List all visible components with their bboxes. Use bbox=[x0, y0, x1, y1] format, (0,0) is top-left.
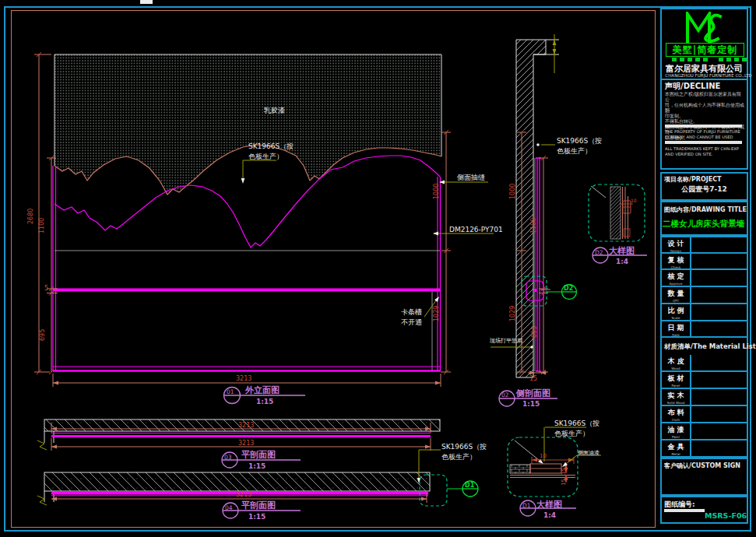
decl-en-line-4: AND VERIFIED ON SITE. bbox=[665, 152, 712, 156]
dim-695-left: 695 bbox=[39, 329, 47, 341]
sk-color-label-elev-2: 色板生产） bbox=[248, 153, 283, 161]
signoff-label: 复 核 bbox=[662, 255, 690, 265]
declaration-bar-1 bbox=[665, 125, 742, 128]
signoff-label: 核 定 bbox=[662, 272, 690, 282]
material-value-cell bbox=[691, 423, 747, 439]
material-value-cell bbox=[691, 372, 747, 388]
material-value-cell bbox=[691, 406, 747, 422]
signoff-row-date: 日 期Date bbox=[662, 321, 747, 338]
drawing-title-value: 二楼女儿房床头背景墙 bbox=[663, 219, 744, 230]
dim-d1-15b: 15 bbox=[560, 479, 568, 486]
dim-width-plan1-bottom: 3213 bbox=[238, 440, 254, 447]
sk-color-label-d1-2: 色板生产） bbox=[554, 430, 589, 438]
material-label: 油 漆 bbox=[662, 425, 690, 435]
callout-d1-mark: D1 bbox=[465, 482, 474, 489]
decl-cn-line: 印复制。 bbox=[665, 113, 745, 118]
signoff-row-design: 设 计Design bbox=[662, 237, 747, 254]
company-name-en: CHANGZHOU FURJU FURNITURE CO.,LTD bbox=[665, 72, 743, 77]
drawing-number-value: MSRS-F06 bbox=[705, 511, 747, 520]
elevation-title: 外立面图 bbox=[245, 385, 280, 395]
decl-cn-line: 司，任何机构或个人均不得私自使用或翻 bbox=[665, 102, 745, 113]
decl-cn-line: 本图纸之产权/版权归富尔居家具有限公 bbox=[665, 91, 745, 102]
leveling-layer-label: 现场打平垫层 bbox=[490, 337, 522, 346]
material-label: 布 料 bbox=[662, 408, 690, 418]
material-label: 木 皮 bbox=[662, 356, 690, 367]
dim-total-height: 2680 bbox=[27, 209, 35, 224]
signoff-label-en: QTY bbox=[663, 299, 688, 303]
signoff-value-cell bbox=[691, 270, 747, 286]
dim-d1-10: 10 bbox=[540, 453, 547, 460]
signoff-label-en: Scale bbox=[663, 316, 688, 320]
dim-5-left: 5 bbox=[44, 285, 48, 292]
decl-en-line-3: ALL TRADEMARKS KEPT BY CHN-EXP bbox=[665, 146, 739, 151]
signoff-row-approve: 核 定Approve bbox=[662, 270, 747, 287]
elevation-scale: 1:15 bbox=[256, 398, 273, 406]
elevation-bubble-number: 01 bbox=[227, 388, 234, 395]
material-row-paint: 油 漆Paint bbox=[662, 423, 747, 440]
material-list: 材质清单/The Material List 木 皮Wood 板 材Panel … bbox=[660, 336, 748, 458]
signoff-label-en: Check bbox=[663, 265, 688, 269]
sk-color-label-elev-1: SK1966S（按 bbox=[248, 142, 294, 151]
detail-d2-scale: 1:4 bbox=[616, 258, 628, 266]
dim-1029-right: 1029 bbox=[433, 306, 441, 321]
plan2-bubble-number: 04 bbox=[225, 504, 233, 511]
brand-logo-icon bbox=[682, 12, 727, 43]
callout-d2-mark: D2 bbox=[564, 285, 573, 292]
sk-color-label-section-2: 色板生产） bbox=[557, 147, 592, 156]
sk-color-label-d1-1: SK1966S（按 bbox=[554, 419, 600, 428]
dim-1029-section: 1029 bbox=[509, 306, 517, 321]
drawing-title-box: 图纸内容/DRAWING TITLE 二楼女儿房床头背景墙 bbox=[660, 201, 748, 236]
signoff-row-qty: 数 量QTY bbox=[662, 287, 747, 304]
dim-d2-10: 10 bbox=[631, 197, 637, 204]
material-label-en: Paint bbox=[663, 435, 688, 439]
plan1-title: 平剖面图 bbox=[241, 450, 276, 460]
logo-box-divider bbox=[662, 79, 747, 80]
signoff-label: 数 量 bbox=[662, 289, 690, 299]
material-label-en: Panel bbox=[663, 384, 688, 388]
declaration-bar-2 bbox=[665, 141, 742, 144]
plan2-title: 平剖面图 bbox=[241, 500, 276, 511]
sk-color-label-plan-2: 色板生产） bbox=[441, 453, 476, 462]
plan1-scale: 1:15 bbox=[248, 462, 265, 471]
drawing-geometry bbox=[0, 0, 756, 537]
dim-width-plan2: 3213 bbox=[236, 491, 251, 498]
sk-color-label-plan-1: SK1966S（按 bbox=[441, 443, 487, 451]
material-label-en: Wood bbox=[663, 367, 688, 370]
material-list-label: 材质清单/The Material List bbox=[664, 342, 756, 352]
side-paint-label: 侧面油漆 bbox=[578, 449, 600, 458]
side-groove-label: 侧面抽缝 bbox=[457, 174, 485, 182]
latex-paint-label: 乳胶漆 bbox=[264, 107, 285, 115]
material-row-solid-wood: 实 木Solid Wood bbox=[662, 389, 747, 406]
signoff-label: 日 期 bbox=[662, 323, 690, 333]
plan2-scale: 1:15 bbox=[248, 513, 265, 521]
brand-name-plate: 美墅|简奢定制 bbox=[666, 43, 744, 57]
declaration-heading: 声明/DECLINE bbox=[665, 81, 720, 92]
board-code-label: DM2126-PY701 bbox=[449, 226, 503, 234]
material-label: 金 具 bbox=[662, 442, 690, 452]
material-value-cell bbox=[691, 355, 747, 370]
detail-d1-bubble-number: D1 bbox=[522, 502, 531, 509]
signoff-row-scale: 比 例Scale bbox=[662, 304, 747, 321]
decl-cn-line: 不得私自转让。 bbox=[665, 118, 745, 124]
dim-1000-section: 1000 bbox=[509, 184, 517, 199]
logo-box: 美墅|简奢定制 富尔居家具有限公司 CHANGZHOU FURJU FURNIT… bbox=[660, 8, 748, 170]
sk-color-label-section-1: SK1966S（按 bbox=[557, 137, 602, 146]
material-value-cell bbox=[691, 389, 747, 405]
drawing-number-box: 图纸编号: MSRS-F06 bbox=[660, 496, 748, 524]
dim-d1-15a: 15 bbox=[560, 468, 568, 475]
section-title: 侧剖面图 bbox=[516, 388, 550, 398]
brand-divider-squares bbox=[672, 58, 750, 61]
detail-d1-title: 大样图 bbox=[536, 500, 562, 510]
detail-d1-scale: 1:4 bbox=[543, 511, 556, 520]
dim-695-section: 695 bbox=[531, 326, 539, 338]
material-value-cell bbox=[691, 440, 747, 458]
material-row-wood: 木 皮Wood bbox=[662, 355, 747, 372]
cad-drawing-sheet: 乳胶漆 SK1966S（按 色板生产） 侧面抽缝 DM2126-PY701 卡条… bbox=[0, 0, 756, 537]
section-bubble-number: 02 bbox=[501, 391, 509, 398]
dim-1100-left: 1100 bbox=[38, 218, 46, 233]
material-label: 实 木 bbox=[662, 391, 690, 401]
customer-confirm-label: 客户确认/CUSTOM SIGN bbox=[664, 462, 740, 470]
project-box: 项目名称/PROJECT 公园壹号7-12 bbox=[660, 172, 748, 201]
detail-d2-title: 大样图 bbox=[609, 246, 635, 256]
signoff-label: 设 计 bbox=[662, 239, 690, 249]
